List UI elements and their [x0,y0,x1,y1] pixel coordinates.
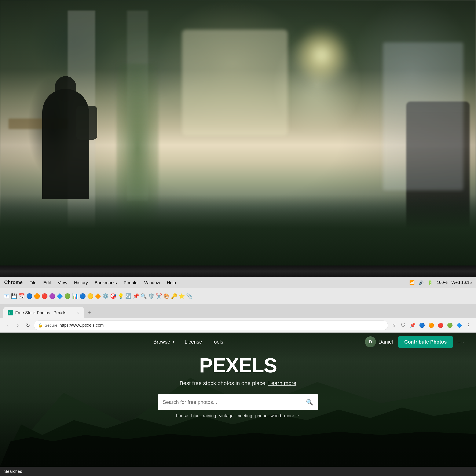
secure-icon: 🔒 [38,323,43,328]
ext-drive[interactable]: 💾 [11,293,17,299]
tag-training[interactable]: training [202,413,216,418]
window-bg-right [383,42,463,190]
status-text: Searches [4,469,22,474]
ext-icon-14[interactable]: 🎯 [110,293,116,299]
tag-phone[interactable]: phone [255,413,267,418]
more-options-icon[interactable]: ··· [458,339,464,345]
menu-bookmarks[interactable]: Bookmarks [95,280,117,285]
contribute-photos-button[interactable]: Contribute Photos [398,336,453,348]
browse-link[interactable]: Browse▼ [153,339,175,345]
ext-btn-2[interactable]: 🟠 [427,321,435,330]
back-button[interactable]: ‹ [3,321,12,330]
ext-icon-13[interactable]: ⚙️ [102,293,109,299]
more-tags-button[interactable]: more → [284,413,300,418]
search-bar[interactable]: 🔍 [158,394,318,410]
menu-edit[interactable]: Edit [43,280,51,285]
browser-content: Browse▼ License Tools D Daniel Contribut… [0,333,476,467]
forward-button[interactable]: › [14,321,22,330]
menu-view[interactable]: View [58,280,67,285]
ext-icon-18[interactable]: 🔍 [140,293,147,299]
address-bar[interactable]: 🔒 Secure https://www.pexels.com [34,321,388,330]
ext-icon-7[interactable]: 🔷 [57,293,63,299]
ext-icon-22[interactable]: 🔑 [171,293,177,299]
ext-btn-3[interactable]: 🔴 [436,321,445,330]
tab-close-button[interactable]: ✕ [76,310,80,315]
volume-icon: 🔊 [418,280,424,285]
status-bar: Searches [0,467,476,476]
ext-btn-1[interactable]: 🔵 [418,321,426,330]
user-profile[interactable]: D Daniel [365,336,393,347]
url-text: https://www.pexels.com [59,323,384,328]
secure-label: Secure [45,323,57,328]
battery-icon: 🔋 [427,280,433,285]
ext-icon-8[interactable]: 🟢 [64,293,71,299]
ext-calendar[interactable]: 📅 [19,293,25,299]
refresh-button[interactable]: ↻ [24,321,32,330]
tag-meeting[interactable]: meeting [236,413,252,418]
ext-icon-12[interactable]: 🔶 [95,293,101,299]
wifi-icon: 📶 [409,280,415,285]
bookmark-star-button[interactable]: ☆ [390,321,398,330]
battery-percent: 100% [437,280,447,285]
ext-icon-3[interactable]: 🔵 [26,293,33,299]
search-icon[interactable]: 🔍 [306,399,313,406]
clock: Wed 16:15 [451,280,472,285]
tag-house[interactable]: house [176,413,188,418]
menu-file[interactable]: File [29,280,37,285]
ext-gmail[interactable]: 📧 [3,293,10,299]
tag-blur[interactable]: blur [191,413,199,418]
pexels-nav-left-links: Browse▼ License Tools [153,339,223,345]
tab-favicon: P [8,310,13,315]
more-options-button[interactable]: ⋮ [464,321,473,330]
tools-link[interactable]: Tools [211,339,223,345]
ext-icon-6[interactable]: 🟣 [49,293,55,299]
search-input[interactable] [163,399,303,405]
menu-people[interactable]: People [123,280,137,285]
ext-icon-4[interactable]: 🟠 [34,293,40,299]
ext-icon-15[interactable]: 💡 [118,293,124,299]
ext-icon-10[interactable]: 🔵 [80,293,86,299]
person-body [42,89,89,199]
ext-icon-16[interactable]: 🔄 [125,293,132,299]
window-bg-left [182,30,288,136]
pexels-logo: PEXELS [0,354,476,377]
menu-history[interactable]: History [74,280,88,285]
ext-icon-21[interactable]: 🎨 [163,293,170,299]
ext-icon-9[interactable]: 📊 [72,293,78,299]
ext-icon-17[interactable]: 📌 [133,293,139,299]
license-link[interactable]: License [185,339,202,345]
active-tab[interactable]: P Free Stock Photos · Pexels ✕ [3,307,84,318]
shield-button[interactable]: 🛡 [399,321,408,330]
ext-icon-20[interactable]: ✂️ [156,293,162,299]
system-tray: 📶 🔊 🔋 100% Wed 16:15 [409,280,472,285]
nav-bar: ‹ › ↻ 🔒 Secure https://www.pexels.com ☆ … [0,318,476,333]
tag-vintage[interactable]: vintage [219,413,234,418]
ext-btn-5[interactable]: 🔷 [455,321,463,330]
tab-bar: P Free Stock Photos · Pexels ✕ + [0,304,476,318]
person-head [55,76,76,102]
ext-btn-4[interactable]: 🟢 [445,321,454,330]
light-flare [292,25,351,85]
ext-icon-11[interactable]: 🟡 [87,293,94,299]
tag-wood[interactable]: wood [271,413,281,418]
new-tab-button[interactable]: + [85,308,94,317]
ext-icon-23[interactable]: ⭐ [179,293,185,299]
search-container: 🔍 house blur training vintage meeting ph… [158,394,318,418]
menu-window[interactable]: Window [144,280,160,285]
pexels-hero-content: PEXELS Best free stock photos in one pla… [0,354,476,418]
browser-extensions-bar: 📧 💾 📅 🔵 🟠 🔴 🟣 🔷 🟢 📊 🔵 🟡 🔶 ⚙️ 🎯 💡 🔄 📌 🔍 🛡… [0,288,476,304]
pexels-navbar: Browse▼ License Tools D Daniel Contribut… [0,333,476,351]
tab-title: Free Stock Photos · Pexels [15,310,74,315]
pinterest-button[interactable]: 📌 [408,321,417,330]
ext-icon-5[interactable]: 🔴 [41,293,48,299]
os-menu-bar: Chrome File Edit View History Bookmarks … [0,277,476,288]
ext-icon-19[interactable]: 🛡️ [148,293,154,299]
user-avatar: D [365,336,376,347]
nav-actions: ☆ 🛡 📌 🔵 🟠 🔴 🟢 🔷 ⋮ [390,321,473,330]
menu-help[interactable]: Help [167,280,176,285]
person-backpack [76,106,97,140]
ext-icon-24[interactable]: 📎 [186,293,192,299]
learn-more-link[interactable]: Learn more [268,380,296,386]
pexels-nav-right: D Daniel Contribute Photos ··· [365,336,464,348]
menu-chrome[interactable]: Chrome [4,280,23,285]
